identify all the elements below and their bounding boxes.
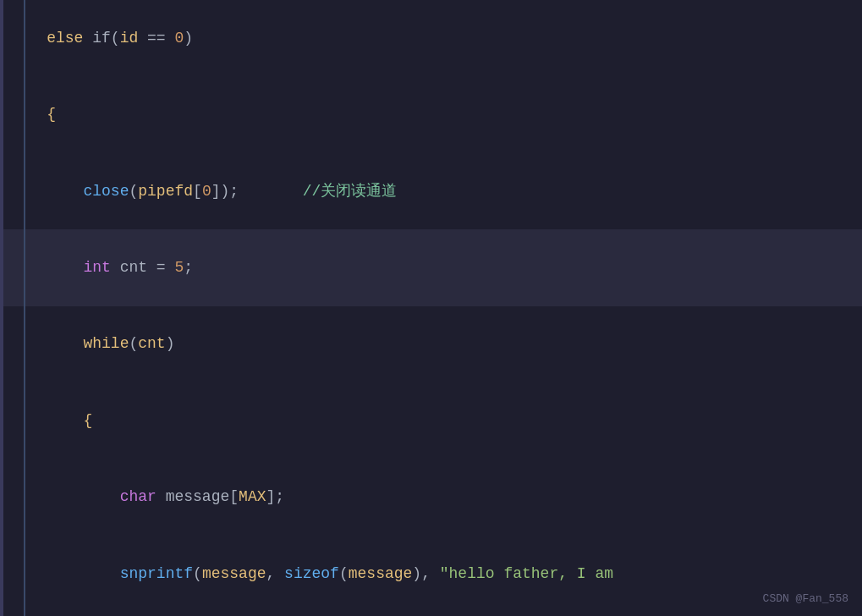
code-line-3: close(pipefd[0]); //关闭读通道	[0, 153, 862, 229]
keyword-else: else	[47, 30, 92, 47]
vertical-line	[24, 0, 25, 616]
code-editor: else if(id == 0) { close(pipefd[0]); //关…	[0, 0, 862, 616]
code-line-1: else if(id == 0)	[0, 0, 862, 76]
code-line-4: int cnt = 5;	[0, 229, 862, 305]
code-line-6: {	[0, 382, 862, 459]
keyword-if: if	[92, 30, 111, 47]
code-line-8: snprintf(message, sizeof(message), "hell…	[0, 536, 862, 612]
code-line-2: {	[0, 76, 862, 152]
code-line-5: while(cnt)	[0, 306, 862, 382]
code-line-7: char message[MAX];	[0, 459, 862, 535]
keyword-int: int	[83, 259, 110, 276]
code-line-9: cnt--;	[0, 612, 862, 616]
watermark: CSDN @Fan_558	[763, 591, 848, 608]
